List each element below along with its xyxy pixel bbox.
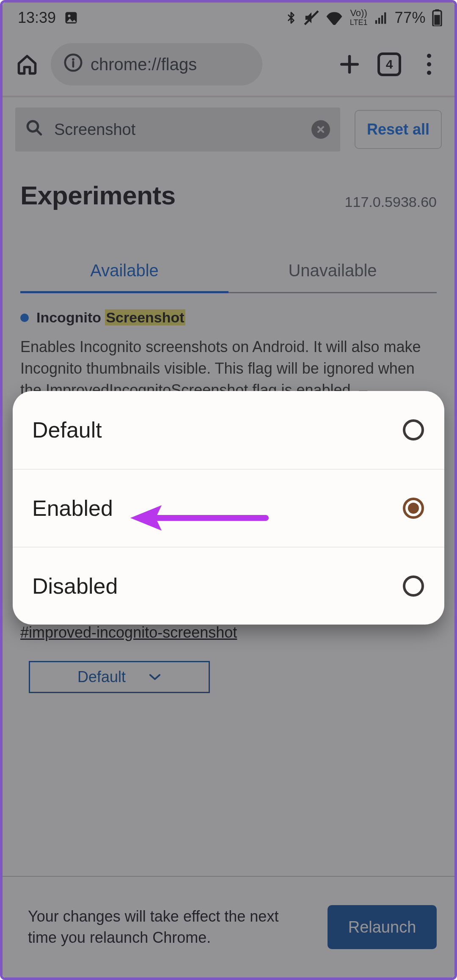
radio-icon bbox=[403, 575, 424, 597]
option-default[interactable]: Default bbox=[13, 391, 444, 469]
option-enabled[interactable]: Enabled bbox=[13, 469, 444, 547]
option-label: Enabled bbox=[32, 496, 113, 521]
option-label: Disabled bbox=[32, 573, 118, 599]
flag-value-dialog: Default Enabled Disabled bbox=[13, 391, 444, 625]
option-disabled[interactable]: Disabled bbox=[13, 547, 444, 625]
radio-icon bbox=[403, 498, 424, 519]
radio-icon bbox=[403, 419, 424, 440]
option-label: Default bbox=[32, 417, 102, 443]
